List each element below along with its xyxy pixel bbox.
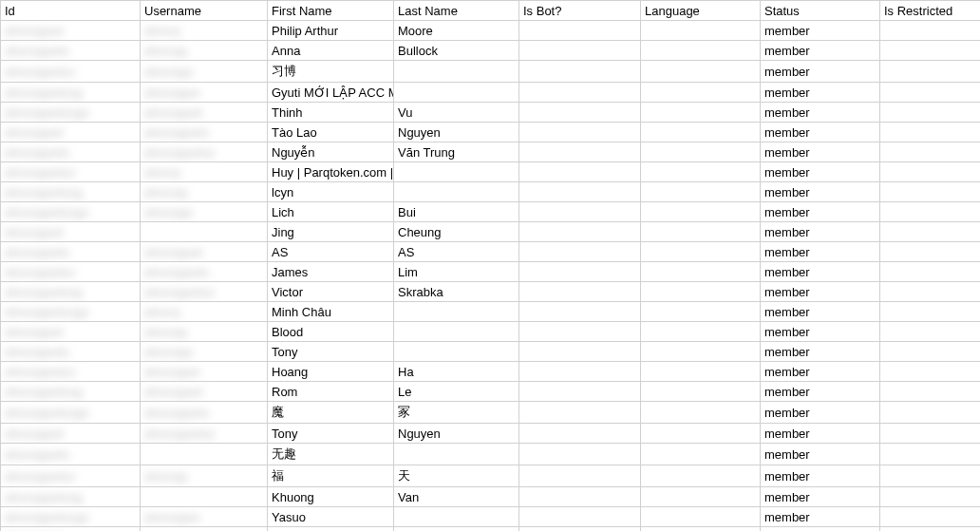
cell-is-bot[interactable] xyxy=(519,402,641,424)
cell-is-restricted[interactable] xyxy=(880,83,981,103)
members-table[interactable]: Id Username First Name Last Name Is Bot?… xyxy=(0,0,980,531)
cell-is-bot[interactable] xyxy=(519,424,641,444)
cell-language[interactable] xyxy=(641,182,761,202)
cell-last-name[interactable] xyxy=(394,507,519,527)
cell-id[interactable]: ahovcjqxelsz xyxy=(1,262,141,282)
cell-id[interactable]: ahovcjqxel xyxy=(1,424,141,444)
cell-is-restricted[interactable] xyxy=(880,262,981,282)
cell-first-name[interactable]: 无趣 xyxy=(268,444,394,465)
table-row[interactable]: ahovcjqxelyoyowmember xyxy=(1,527,981,532)
cell-id[interactable]: ahovcjqxelsz xyxy=(1,362,141,382)
cell-is-restricted[interactable] xyxy=(880,302,981,322)
table-row[interactable]: ahovcjqxelsahovcjqxTonymember xyxy=(1,342,981,362)
cell-username[interactable]: ahovcjqxelsz xyxy=(141,142,268,162)
cell-is-bot[interactable] xyxy=(519,507,641,527)
cell-id[interactable]: ahovcjqxelszg xyxy=(1,83,141,103)
cell-is-bot[interactable] xyxy=(519,202,641,222)
cell-is-restricted[interactable] xyxy=(880,322,981,342)
cell-is-restricted[interactable] xyxy=(880,382,981,402)
cell-status[interactable]: member xyxy=(761,322,880,342)
cell-is-restricted[interactable] xyxy=(880,242,981,262)
cell-status[interactable]: member xyxy=(761,302,880,322)
table-row[interactable]: ahovcjqxelszgahovcjqxelRomLemember xyxy=(1,382,981,402)
cell-id[interactable]: ahovcjqxelszg xyxy=(1,282,141,302)
table-row[interactable]: ahovcjqxelszgnahovcjqxels魔冢member xyxy=(1,402,981,424)
cell-id[interactable]: ahovcjqxelsz xyxy=(1,61,141,83)
cell-username[interactable]: ahovcjq xyxy=(141,465,268,487)
cell-status[interactable]: member xyxy=(761,123,880,142)
cell-last-name[interactable] xyxy=(394,61,519,83)
cell-language[interactable] xyxy=(641,222,761,242)
cell-status[interactable]: member xyxy=(761,424,880,444)
cell-status[interactable]: member xyxy=(761,202,880,222)
cell-language[interactable] xyxy=(641,83,761,103)
cell-first-name[interactable]: Tào Lao xyxy=(268,123,394,142)
cell-username[interactable]: ahovcjqxels xyxy=(141,123,268,142)
cell-is-bot[interactable] xyxy=(519,242,641,262)
cell-status[interactable]: member xyxy=(761,103,880,123)
cell-last-name[interactable]: Skrabka xyxy=(394,282,519,302)
table-row[interactable]: ahovcjqxelsahovcjqxelszNguyễnVăn Trungme… xyxy=(1,142,981,162)
cell-last-name[interactable]: Bui xyxy=(394,202,519,222)
cell-status[interactable]: member xyxy=(761,222,880,242)
cell-username[interactable]: ahovcjq xyxy=(141,322,268,342)
cell-last-name[interactable]: Nguyen xyxy=(394,424,519,444)
cell-is-restricted[interactable] xyxy=(880,103,981,123)
cell-username[interactable]: ahovcjqxe xyxy=(141,83,268,103)
cell-status[interactable]: member xyxy=(761,342,880,362)
cell-username[interactable]: ahovcjqxel xyxy=(141,382,268,402)
cell-username[interactable] xyxy=(141,487,268,507)
table-row[interactable]: ahovcjqxels无趣member xyxy=(1,444,981,465)
cell-last-name[interactable]: Lim xyxy=(394,262,519,282)
cell-id[interactable]: ahovcjqxelszg xyxy=(1,182,141,202)
cell-is-restricted[interactable] xyxy=(880,507,981,527)
cell-last-name[interactable]: Cheung xyxy=(394,222,519,242)
cell-is-bot[interactable] xyxy=(519,41,641,61)
cell-is-bot[interactable] xyxy=(519,527,641,532)
cell-first-name[interactable]: Huy | Parqtoken.com | https://tokensale.… xyxy=(268,162,394,182)
cell-id[interactable]: ahovcjqxel xyxy=(1,222,141,242)
cell-id[interactable]: ahovcjqxel xyxy=(1,123,141,142)
cell-is-bot[interactable] xyxy=(519,382,641,402)
cell-id[interactable]: ahovcjqxels xyxy=(1,242,141,262)
cell-id[interactable]: ahovcjqxels xyxy=(1,41,141,61)
cell-username[interactable]: ahovcjqxelsz xyxy=(141,424,268,444)
cell-id[interactable]: ahovcjqxelsz xyxy=(1,162,141,182)
table-row[interactable]: ahovcjqxelahovcjPhilip ArthurMooremember xyxy=(1,21,981,41)
cell-first-name[interactable]: Lich xyxy=(268,202,394,222)
cell-is-restricted[interactable] xyxy=(880,182,981,202)
cell-username[interactable]: ahovcjqxels xyxy=(141,402,268,424)
cell-language[interactable] xyxy=(641,282,761,302)
cell-first-name[interactable]: Tony xyxy=(268,342,394,362)
cell-language[interactable] xyxy=(641,21,761,41)
cell-last-name[interactable] xyxy=(394,444,519,465)
cell-last-name[interactable]: Le xyxy=(394,382,519,402)
col-header-status[interactable]: Status xyxy=(761,1,880,21)
cell-is-restricted[interactable] xyxy=(880,123,981,142)
cell-status[interactable]: member xyxy=(761,382,880,402)
cell-is-restricted[interactable] xyxy=(880,465,981,487)
col-header-id[interactable]: Id xyxy=(1,1,141,21)
cell-first-name[interactable]: Jing xyxy=(268,222,394,242)
cell-is-bot[interactable] xyxy=(519,103,641,123)
cell-status[interactable]: member xyxy=(761,262,880,282)
cell-is-restricted[interactable] xyxy=(880,222,981,242)
cell-username[interactable]: ahovcjqxelsz xyxy=(141,282,268,302)
cell-is-restricted[interactable] xyxy=(880,282,981,302)
cell-status[interactable]: member xyxy=(761,402,880,424)
cell-first-name[interactable]: Rom xyxy=(268,382,394,402)
cell-is-restricted[interactable] xyxy=(880,202,981,222)
cell-last-name[interactable] xyxy=(394,322,519,342)
cell-last-name[interactable] xyxy=(394,182,519,202)
cell-is-bot[interactable] xyxy=(519,162,641,182)
cell-username[interactable]: ahovcjqxel xyxy=(141,103,268,123)
cell-language[interactable] xyxy=(641,402,761,424)
cell-first-name[interactable]: Hoang xyxy=(268,362,394,382)
cell-first-name[interactable]: Yasuo xyxy=(268,507,394,527)
table-row[interactable]: ahovcjqxelszahovcjqxeHoangHamember xyxy=(1,362,981,382)
cell-first-name[interactable]: Blood xyxy=(268,322,394,342)
cell-last-name[interactable]: Ha xyxy=(394,362,519,382)
cell-is-restricted[interactable] xyxy=(880,21,981,41)
cell-last-name[interactable]: AS xyxy=(394,242,519,262)
col-header-username[interactable]: Username xyxy=(141,1,268,21)
